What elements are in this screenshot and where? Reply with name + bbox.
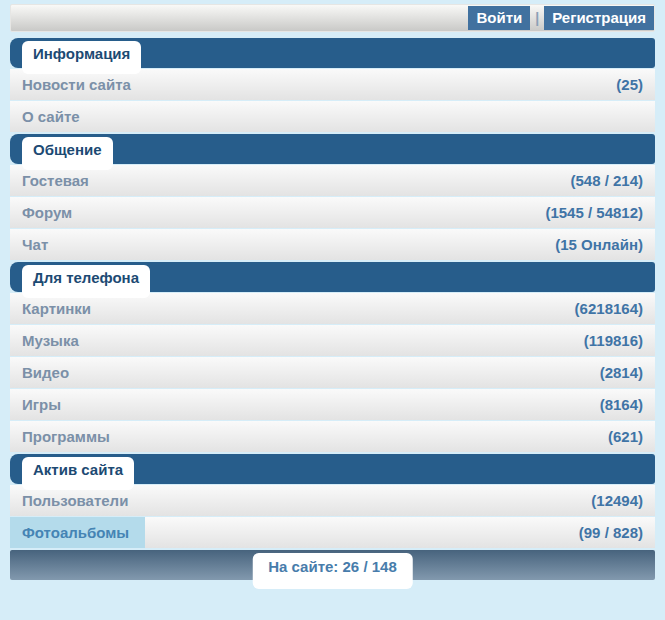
menu-item-count: (2814) <box>600 364 643 381</box>
menu-item-row[interactable]: О сайте <box>10 101 655 132</box>
menu-section-4: Актив сайта Пользователи (12494) Фотоаль… <box>10 454 655 548</box>
section-rows: Новости сайта (25) О сайте <box>10 69 655 132</box>
section-title-tab: Актив сайта <box>22 457 134 490</box>
menu-item-count: (1545 / 54812) <box>545 204 643 221</box>
menu-item-count: (25) <box>616 76 643 93</box>
menu-section-2: Общение Гостевая (548 / 214) Форум (1545… <box>10 134 655 260</box>
topbar: Войти | Регистрация <box>10 4 655 32</box>
page: Войти | Регистрация Информация Новости с… <box>0 0 665 580</box>
menu-item-count: (119816) <box>584 332 643 349</box>
menu-item-count: (6218164) <box>575 300 643 317</box>
section-header: Для телефона <box>10 262 655 292</box>
menu-item-count: (548 / 214) <box>570 172 643 189</box>
menu-item-label[interactable]: Программы <box>10 421 110 452</box>
menu-sections: Информация Новости сайта (25) О сайте Об… <box>10 38 655 548</box>
section-header: Общение <box>10 134 655 164</box>
menu-item-count: (12494) <box>591 492 643 509</box>
menu-item-row[interactable]: Фотоальбомы (99 / 828) <box>10 517 655 548</box>
menu-item-row[interactable]: Форум (1545 / 54812) <box>10 197 655 228</box>
section-rows: Картинки (6218164) Музыка (119816) Видео… <box>10 293 655 452</box>
menu-item-count: (621) <box>608 428 643 445</box>
menu-section-1: Информация Новости сайта (25) О сайте <box>10 38 655 132</box>
menu-item-row[interactable]: Музыка (119816) <box>10 325 655 356</box>
menu-item-label[interactable]: Видео <box>10 357 69 388</box>
section-title-tab: Для телефона <box>22 265 150 298</box>
online-counter: На сайте: 26 / 148 <box>252 553 413 589</box>
section-title-tab: Общение <box>22 137 113 170</box>
menu-item-count: (8164) <box>600 396 643 413</box>
menu-section-3: Для телефона Картинки (6218164) Музыка (… <box>10 262 655 452</box>
menu-item-row[interactable]: Игры (8164) <box>10 389 655 420</box>
section-header: Информация <box>10 38 655 68</box>
section-rows: Пользователи (12494) Фотоальбомы (99 / 8… <box>10 485 655 548</box>
menu-item-row[interactable]: Чат (15 Онлайн) <box>10 229 655 260</box>
menu-item-label[interactable]: Фотоальбомы <box>10 517 145 548</box>
register-button[interactable]: Регистрация <box>544 6 654 30</box>
menu-item-label[interactable]: Чат <box>10 229 48 260</box>
menu-item-count: (99 / 828) <box>579 524 643 541</box>
menu-item-count: (15 Онлайн) <box>555 236 643 253</box>
footer-bar: На сайте: 26 / 148 <box>10 550 655 580</box>
section-rows: Гостевая (548 / 214) Форум (1545 / 54812… <box>10 165 655 260</box>
menu-item-label[interactable]: Игры <box>10 389 61 420</box>
menu-item-label[interactable]: О сайте <box>10 101 80 132</box>
section-title-tab: Информация <box>22 41 141 74</box>
topbar-separator: | <box>535 10 539 26</box>
menu-item-label[interactable]: Музыка <box>10 325 79 356</box>
section-header: Актив сайта <box>10 454 655 484</box>
login-button[interactable]: Войти <box>468 6 530 30</box>
menu-item-row[interactable]: Программы (621) <box>10 421 655 452</box>
menu-item-row[interactable]: Видео (2814) <box>10 357 655 388</box>
menu-item-label[interactable]: Форум <box>10 197 72 228</box>
